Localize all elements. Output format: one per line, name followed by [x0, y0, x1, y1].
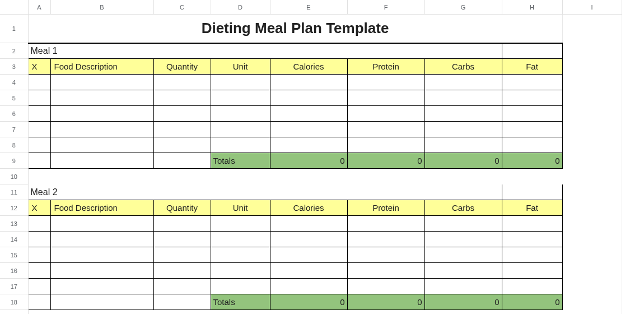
cell-C6[interactable]	[153, 106, 211, 122]
cell-I16[interactable]	[562, 263, 622, 279]
cell-E6[interactable]	[270, 106, 347, 122]
row-header-16[interactable]: 16	[0, 263, 28, 279]
cell-A4[interactable]	[28, 75, 50, 90]
totals-carb-1[interactable]: 0	[424, 153, 502, 169]
totals-prot-2[interactable]: 0	[347, 294, 424, 310]
cell-H7[interactable]	[502, 122, 562, 137]
cell-B7[interactable]	[50, 122, 153, 137]
cell-D14[interactable]	[211, 232, 270, 247]
hdr-qty-2[interactable]: Quantity	[153, 200, 211, 216]
cell-B18[interactable]	[50, 294, 153, 310]
cell-I1[interactable]	[562, 15, 622, 43]
cell-G5[interactable]	[424, 90, 502, 106]
cell-C18[interactable]	[153, 294, 211, 310]
cell-I2[interactable]	[562, 43, 622, 59]
meal1-name[interactable]: Meal 1	[28, 43, 502, 59]
totals-cal-2[interactable]: 0	[270, 294, 347, 310]
col-header-B[interactable]: B	[50, 0, 153, 15]
cell-E16[interactable]	[270, 263, 347, 279]
cell-C17[interactable]	[153, 279, 211, 294]
cell-H4[interactable]	[502, 75, 562, 90]
row-header-18[interactable]: 18	[0, 294, 28, 310]
cell-G8[interactable]	[424, 137, 502, 153]
col-header-F[interactable]: F	[347, 0, 424, 15]
cell-C5[interactable]	[153, 90, 211, 106]
cell-G15[interactable]	[424, 247, 502, 263]
cell-A6[interactable]	[28, 106, 50, 122]
cell-C9[interactable]	[153, 153, 211, 169]
row-header-5[interactable]: 5	[0, 90, 28, 106]
cell-A8[interactable]	[28, 137, 50, 153]
cell-G16[interactable]	[424, 263, 502, 279]
cell-B13[interactable]	[50, 216, 153, 232]
cell-A5[interactable]	[28, 90, 50, 106]
cell-G7[interactable]	[424, 122, 502, 137]
cell-E17[interactable]	[270, 279, 347, 294]
cell-F7[interactable]	[347, 122, 424, 137]
cell-B15[interactable]	[50, 247, 153, 263]
select-all-corner[interactable]	[0, 0, 28, 15]
cell-D8[interactable]	[211, 137, 270, 153]
cell-H15[interactable]	[502, 247, 562, 263]
cell-I3[interactable]	[562, 59, 622, 75]
cell-H2[interactable]	[502, 43, 562, 59]
cell-A16[interactable]	[28, 263, 50, 279]
row-header-13[interactable]: 13	[0, 216, 28, 232]
cell-I14[interactable]	[562, 232, 622, 247]
cell-A13[interactable]	[28, 216, 50, 232]
cell-D17[interactable]	[211, 279, 270, 294]
row-header-1[interactable]: 1	[0, 15, 28, 43]
cell-I11[interactable]	[562, 184, 622, 200]
row-header-15[interactable]: 15	[0, 247, 28, 263]
totals-fat-1[interactable]: 0	[502, 153, 562, 169]
cell-D16[interactable]	[211, 263, 270, 279]
cell-A14[interactable]	[28, 232, 50, 247]
cell-I6[interactable]	[562, 106, 622, 122]
cell-C7[interactable]	[153, 122, 211, 137]
col-header-C[interactable]: C	[153, 0, 211, 15]
row-header-7[interactable]: 7	[0, 122, 28, 137]
hdr-carb-2[interactable]: Carbs	[424, 200, 502, 216]
cell-A17[interactable]	[28, 279, 50, 294]
cell-E13[interactable]	[270, 216, 347, 232]
hdr-prot-2[interactable]: Protein	[347, 200, 424, 216]
cell-B4[interactable]	[50, 75, 153, 90]
cell-A9[interactable]	[28, 153, 50, 169]
cell-B16[interactable]	[50, 263, 153, 279]
cell-A15[interactable]	[28, 247, 50, 263]
cell-B17[interactable]	[50, 279, 153, 294]
row-header-11[interactable]: 11	[0, 184, 28, 200]
cell-F16[interactable]	[347, 263, 424, 279]
cell-B5[interactable]	[50, 90, 153, 106]
cell-D4[interactable]	[211, 75, 270, 90]
cell-G14[interactable]	[424, 232, 502, 247]
hdr-fat-2[interactable]: Fat	[502, 200, 562, 216]
cell-H6[interactable]	[502, 106, 562, 122]
cell-A7[interactable]	[28, 122, 50, 137]
cell-E7[interactable]	[270, 122, 347, 137]
row-header-6[interactable]: 6	[0, 106, 28, 122]
cell-I12[interactable]	[562, 200, 622, 216]
totals-prot-1[interactable]: 0	[347, 153, 424, 169]
col-header-D[interactable]: D	[211, 0, 270, 15]
cell-I13[interactable]	[562, 216, 622, 232]
cell-F5[interactable]	[347, 90, 424, 106]
cell-E14[interactable]	[270, 232, 347, 247]
totals-fat-2[interactable]: 0	[502, 294, 562, 310]
totals-label-2[interactable]: Totals	[211, 294, 270, 310]
row-header-14[interactable]: 14	[0, 232, 28, 247]
cell-D7[interactable]	[211, 122, 270, 137]
row-header-10[interactable]: 10	[0, 169, 28, 184]
row-header-3[interactable]: 3	[0, 59, 28, 75]
hdr-fat-1[interactable]: Fat	[502, 59, 562, 75]
cell-G13[interactable]	[424, 216, 502, 232]
cell-E5[interactable]	[270, 90, 347, 106]
hdr-x-1[interactable]: X	[28, 59, 50, 75]
cell-F8[interactable]	[347, 137, 424, 153]
cell-B9[interactable]	[50, 153, 153, 169]
cell-A18[interactable]	[28, 294, 50, 310]
cell-G4[interactable]	[424, 75, 502, 90]
cell-I15[interactable]	[562, 247, 622, 263]
cell-H5[interactable]	[502, 90, 562, 106]
cell-E15[interactable]	[270, 247, 347, 263]
